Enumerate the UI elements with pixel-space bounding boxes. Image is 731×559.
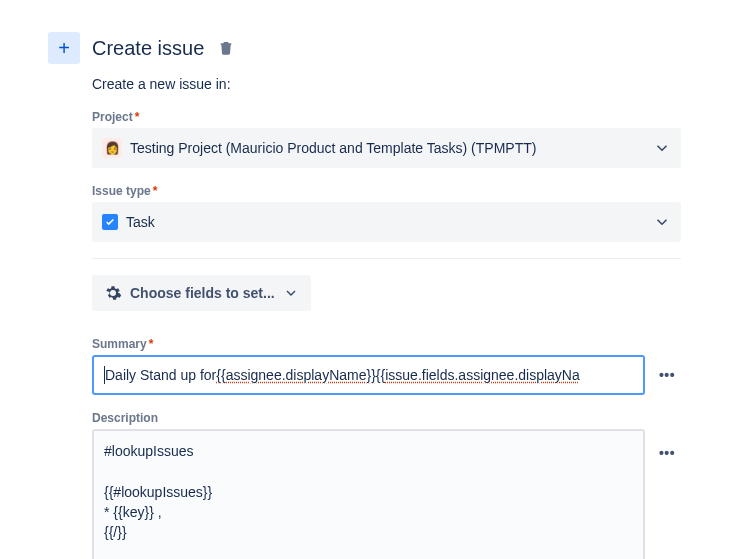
description-textarea[interactable] <box>92 429 645 559</box>
choose-fields-label: Choose fields to set... <box>130 285 275 301</box>
choose-fields-button[interactable]: Choose fields to set... <box>92 275 311 311</box>
trash-icon[interactable] <box>218 40 234 56</box>
chevron-down-icon <box>653 139 671 157</box>
project-avatar-icon: 👩 <box>102 138 122 158</box>
header-row: + Create issue <box>48 32 691 64</box>
summary-input[interactable]: Daily Stand up for {{assignee.displayNam… <box>92 355 645 395</box>
task-icon <box>102 214 118 230</box>
issuetype-label: Issue type* <box>92 184 681 198</box>
description-more-button[interactable]: ••• <box>653 439 681 467</box>
create-issue-form: + Create issue Create a new issue in: Pr… <box>0 0 731 559</box>
description-label: Description <box>92 411 645 425</box>
issuetype-value: Task <box>126 214 155 230</box>
project-value: Testing Project (Mauricio Product and Te… <box>130 140 536 156</box>
section-divider <box>92 258 681 259</box>
subtitle: Create a new issue in: <box>92 76 691 92</box>
page-title: Create issue <box>92 37 204 60</box>
summary-label: Summary* <box>92 337 645 351</box>
project-select[interactable]: 👩 Testing Project (Mauricio Product and … <box>92 128 681 168</box>
project-label: Project* <box>92 110 681 124</box>
plus-icon: + <box>48 32 80 64</box>
summary-more-button[interactable]: ••• <box>653 361 681 389</box>
gear-icon <box>104 284 122 302</box>
issuetype-select[interactable]: Task <box>92 202 681 242</box>
chevron-down-icon <box>283 285 299 301</box>
chevron-down-icon <box>653 213 671 231</box>
